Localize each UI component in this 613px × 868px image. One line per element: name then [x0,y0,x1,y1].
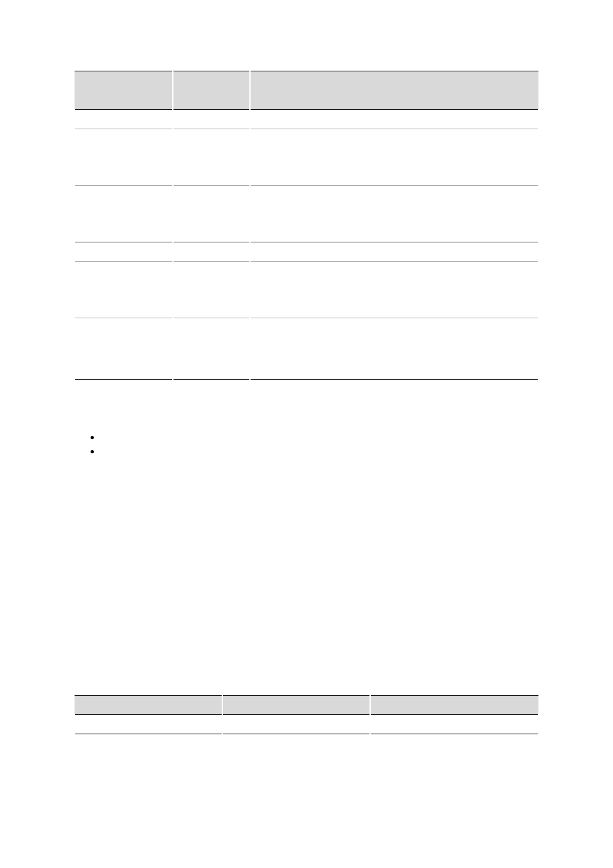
table-row [75,242,538,262]
table-cell [75,186,173,242]
paragraph-block-1 [74,419,539,592]
table-cell [173,262,250,318]
table-cell [75,262,173,318]
table-1-header-2 [173,71,250,110]
table-cell [173,242,250,262]
table-2-header-1 [75,696,222,715]
table-row [75,318,538,380]
table-cell [75,715,222,734]
bullet-list [101,431,539,460]
table-1 [74,71,539,380]
page-content [0,0,613,773]
table-2 [74,695,539,734]
table-cell [250,186,538,242]
table-2-header-row [75,696,538,715]
table-cell [250,110,538,129]
table-row [75,129,538,186]
table-2-body [75,715,538,734]
table-1-header-row [75,71,538,110]
table-cell [250,262,538,318]
table-cell [370,715,538,734]
table-2-header-2 [222,696,370,715]
table-cell [75,129,173,186]
table-cell [75,110,173,129]
table-cell [250,318,538,380]
table-cell [173,110,250,129]
table-cell [222,715,370,734]
table-cell [75,242,173,262]
table-2-header-3 [370,696,538,715]
table-1-header-1 [75,71,173,110]
paragraph-block-2 [74,592,539,695]
list-item [101,431,539,446]
table-cell [173,318,250,380]
table-row [75,262,538,318]
table-cell [250,129,538,186]
table-cell [173,129,250,186]
table-1-header-3 [250,71,538,110]
table-row [75,186,538,242]
table-1-body [75,110,538,380]
table-cell [75,318,173,380]
table-cell [173,186,250,242]
table-row [75,110,538,129]
table-cell [250,242,538,262]
list-item [101,446,539,460]
table-row [75,715,538,734]
